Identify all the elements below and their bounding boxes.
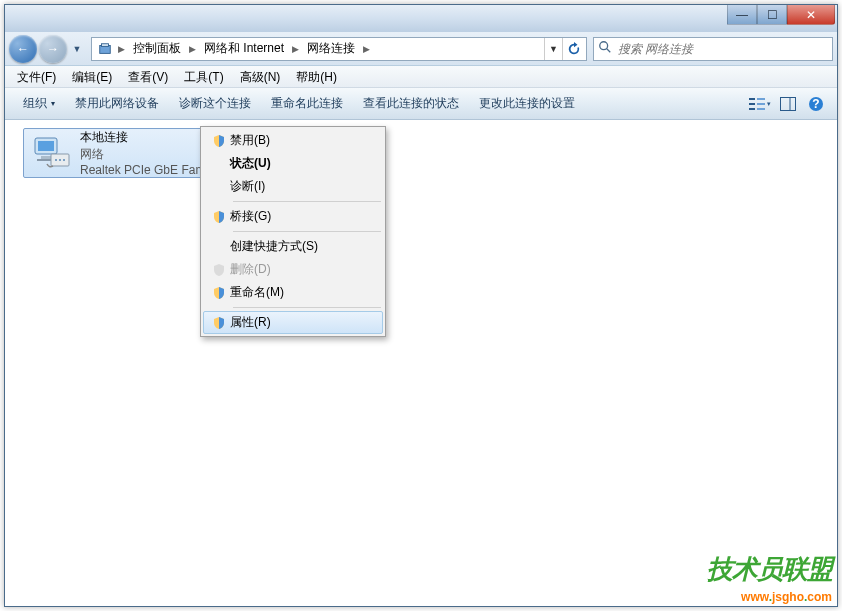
ctx-rename[interactable]: 重命名(M) bbox=[203, 281, 383, 304]
search-icon bbox=[598, 40, 614, 57]
ctx-properties[interactable]: 属性(R) bbox=[203, 311, 383, 334]
svg-rect-10 bbox=[781, 97, 796, 110]
shield-icon bbox=[208, 263, 230, 277]
shield-icon bbox=[208, 210, 230, 224]
svg-point-20 bbox=[59, 159, 61, 161]
ctx-separator bbox=[233, 201, 381, 202]
breadcrumb-part[interactable]: 网络连接 bbox=[301, 38, 361, 60]
maximize-icon: ☐ bbox=[767, 8, 778, 22]
navbar: ← → ▼ ▶ 控制面板 ▶ 网络和 Internet ▶ 网络连接 ▶ ▼ bbox=[5, 32, 837, 66]
svg-rect-9 bbox=[757, 108, 765, 110]
minimize-icon: — bbox=[736, 8, 748, 22]
arrow-left-icon: ← bbox=[17, 42, 29, 56]
maximize-button[interactable]: ☐ bbox=[757, 5, 787, 25]
breadcrumb-sep-icon: ▶ bbox=[290, 44, 301, 54]
breadcrumb-part[interactable]: 控制面板 bbox=[127, 38, 187, 60]
menu-file[interactable]: 文件(F) bbox=[9, 67, 64, 87]
search-input[interactable] bbox=[618, 42, 828, 56]
minimize-button[interactable]: — bbox=[727, 5, 757, 25]
refresh-button[interactable] bbox=[562, 38, 584, 60]
arrow-right-icon: → bbox=[47, 42, 59, 56]
ctx-status[interactable]: 状态(U) bbox=[203, 152, 383, 175]
context-menu: 禁用(B) 状态(U) 诊断(I) 桥接(G) 创建快捷方式(S) 删除(D) … bbox=[200, 126, 386, 337]
svg-point-21 bbox=[63, 159, 65, 161]
ctx-disable[interactable]: 禁用(B) bbox=[203, 129, 383, 152]
titlebar: — ☐ ✕ bbox=[5, 5, 837, 32]
rename-button[interactable]: 重命名此连接 bbox=[261, 90, 353, 118]
disable-device-button[interactable]: 禁用此网络设备 bbox=[65, 90, 169, 118]
history-dropdown[interactable]: ▼ bbox=[69, 39, 85, 59]
diagnose-button[interactable]: 诊断这个连接 bbox=[169, 90, 261, 118]
svg-point-2 bbox=[600, 42, 608, 50]
menu-edit[interactable]: 编辑(E) bbox=[64, 67, 120, 87]
menu-view[interactable]: 查看(V) bbox=[120, 67, 176, 87]
ctx-shortcut[interactable]: 创建快捷方式(S) bbox=[203, 235, 383, 258]
view-options-button[interactable] bbox=[747, 92, 773, 116]
shield-icon bbox=[208, 134, 230, 148]
svg-text:?: ? bbox=[812, 97, 819, 111]
forward-button[interactable]: → bbox=[39, 35, 67, 63]
menu-tools[interactable]: 工具(T) bbox=[176, 67, 231, 87]
window-buttons: — ☐ ✕ bbox=[727, 5, 835, 25]
address-dropdown[interactable]: ▼ bbox=[544, 38, 562, 60]
svg-point-19 bbox=[55, 159, 57, 161]
ctx-separator bbox=[233, 231, 381, 232]
watermark-url: www.jsgho.com bbox=[707, 587, 832, 605]
address-bar[interactable]: ▶ 控制面板 ▶ 网络和 Internet ▶ 网络连接 ▶ ▼ bbox=[91, 37, 587, 61]
svg-rect-6 bbox=[749, 108, 755, 110]
toolbar: 组织 禁用此网络设备 诊断这个连接 重命名此连接 查看此连接的状态 更改此连接的… bbox=[5, 88, 837, 120]
view-status-button[interactable]: 查看此连接的状态 bbox=[353, 90, 469, 118]
svg-rect-16 bbox=[41, 156, 51, 159]
svg-rect-1 bbox=[102, 43, 109, 46]
breadcrumb-sep-icon: ▶ bbox=[361, 44, 372, 54]
svg-line-3 bbox=[607, 49, 611, 53]
shield-icon bbox=[208, 316, 230, 330]
watermark: 技术员联盟 www.jsgho.com bbox=[707, 552, 832, 605]
content-area[interactable]: 本地连接 网络 Realtek PCIe GbE Family Controll… bbox=[5, 120, 837, 606]
ctx-separator bbox=[233, 307, 381, 308]
preview-pane-button[interactable] bbox=[775, 92, 801, 116]
svg-rect-7 bbox=[757, 98, 765, 100]
svg-rect-8 bbox=[757, 103, 765, 105]
network-adapter-icon bbox=[30, 131, 74, 175]
menubar: 文件(F) 编辑(E) 查看(V) 工具(T) 高级(N) 帮助(H) bbox=[5, 66, 837, 88]
search-box[interactable] bbox=[593, 37, 833, 61]
close-icon: ✕ bbox=[806, 8, 816, 22]
svg-rect-4 bbox=[749, 98, 755, 100]
ctx-delete: 删除(D) bbox=[203, 258, 383, 281]
organize-button[interactable]: 组织 bbox=[13, 90, 65, 118]
ctx-bridge[interactable]: 桥接(G) bbox=[203, 205, 383, 228]
breadcrumb-sep-icon: ▶ bbox=[116, 44, 127, 54]
shield-icon bbox=[208, 286, 230, 300]
explorer-window: — ☐ ✕ ← → ▼ ▶ 控制面板 ▶ 网络和 Internet ▶ 网络连接… bbox=[4, 4, 838, 607]
svg-rect-5 bbox=[749, 103, 755, 105]
watermark-title: 技术员联盟 bbox=[707, 552, 832, 587]
ctx-diagnose[interactable]: 诊断(I) bbox=[203, 175, 383, 198]
menu-advanced[interactable]: 高级(N) bbox=[232, 67, 289, 87]
svg-rect-15 bbox=[38, 141, 54, 151]
menu-help[interactable]: 帮助(H) bbox=[288, 67, 345, 87]
help-button[interactable]: ? bbox=[803, 92, 829, 116]
breadcrumb-sep-icon: ▶ bbox=[187, 44, 198, 54]
location-icon bbox=[97, 41, 113, 57]
back-button[interactable]: ← bbox=[9, 35, 37, 63]
breadcrumb-part[interactable]: 网络和 Internet bbox=[198, 38, 290, 60]
close-button[interactable]: ✕ bbox=[787, 5, 835, 25]
change-settings-button[interactable]: 更改此连接的设置 bbox=[469, 90, 585, 118]
